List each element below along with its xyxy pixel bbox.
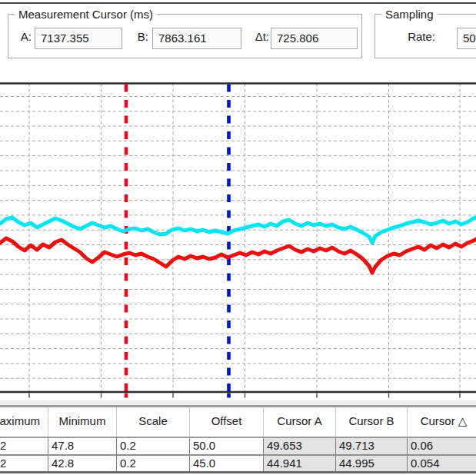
table-cell: 44.941 xyxy=(264,456,336,471)
table-cell: 49.653 xyxy=(264,438,336,454)
table-cell[interactable]: 47.8 xyxy=(48,438,117,454)
table-cell: 49.713 xyxy=(336,438,408,454)
table-row: 247.80.250.049.65349.7130.06 xyxy=(0,438,476,456)
table-header-cell[interactable]: Maximum xyxy=(0,407,48,437)
cursor-a-axis-marker xyxy=(125,394,128,398)
table-cell: 0.06 xyxy=(408,438,476,454)
table-cell[interactable]: 50.0 xyxy=(190,438,264,454)
table-header-cell[interactable]: Cursor △ xyxy=(408,407,476,437)
cursor-b-axis-marker xyxy=(227,394,231,398)
table-cell[interactable]: 0.2 xyxy=(117,438,190,454)
channel-2-trace xyxy=(0,238,476,273)
measurement-table: MaximumMinimumScaleOffsetCursor ACursor … xyxy=(0,407,476,473)
table-header-row: MaximumMinimumScaleOffsetCursor ACursor … xyxy=(0,407,476,438)
table-cell: 2 xyxy=(0,438,48,454)
table-row: 242.80.245.044.94144.9950.054 xyxy=(0,456,476,473)
table-cell[interactable]: 42.8 xyxy=(48,456,117,471)
table-header-cell[interactable]: Minimum xyxy=(48,407,117,437)
table-cell: 0.054 xyxy=(408,456,476,471)
app-window: Measurement Cursor (ms) A: 7137.355 B: 7… xyxy=(0,0,476,475)
table-cell[interactable]: 45.0 xyxy=(190,456,264,471)
table-header-cell[interactable]: Cursor B xyxy=(336,407,408,437)
table-cell: 2 xyxy=(0,456,48,471)
table-cell[interactable]: 0.2 xyxy=(117,456,190,471)
table-header-cell[interactable]: Cursor A xyxy=(264,407,336,437)
table-cell: 44.995 xyxy=(336,456,408,471)
table-header-cell[interactable]: Offset xyxy=(190,407,264,437)
table-header-cell[interactable]: Scale xyxy=(117,407,190,437)
